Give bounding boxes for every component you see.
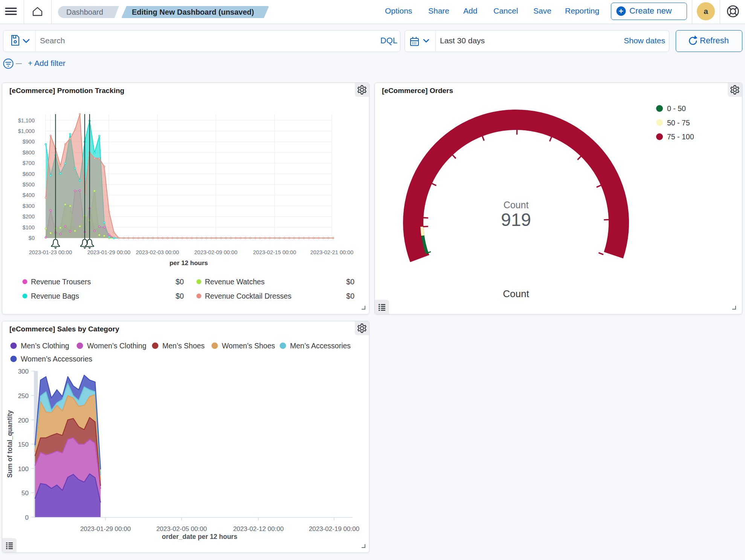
svg-text:$300: $300 xyxy=(23,203,35,209)
svg-text:75 - 100: 75 - 100 xyxy=(667,133,694,141)
svg-text:150: 150 xyxy=(18,441,29,448)
svg-text:Women’s Clothing: Women’s Clothing xyxy=(87,342,147,350)
svg-text:order_date per 12 hours: order_date per 12 hours xyxy=(162,533,238,540)
svg-text:Revenue Bags: Revenue Bags xyxy=(31,292,79,300)
svg-text:Count: Count xyxy=(503,288,529,299)
svg-text:200: 200 xyxy=(18,417,29,424)
svg-text:$0: $0 xyxy=(346,292,354,300)
svg-text:$400: $400 xyxy=(23,192,35,198)
svg-text:$700: $700 xyxy=(23,160,35,166)
svg-text:100: 100 xyxy=(18,465,29,473)
svg-text:2023-02-15 00:00: 2023-02-15 00:00 xyxy=(253,249,296,255)
svg-text:0 - 50: 0 - 50 xyxy=(667,104,686,113)
svg-text:2023-02-19 00:00: 2023-02-19 00:00 xyxy=(309,525,359,533)
svg-text:$500: $500 xyxy=(23,182,35,188)
svg-text:50: 50 xyxy=(21,490,29,497)
svg-text:$100: $100 xyxy=(23,224,35,230)
svg-text:Women’s Shoes: Women’s Shoes xyxy=(222,342,275,350)
svg-text:919: 919 xyxy=(501,210,531,230)
svg-text:Sum of total_quantity: Sum of total_quantity xyxy=(6,410,14,478)
svg-text:2023-02-03 00:00: 2023-02-03 00:00 xyxy=(136,249,179,255)
svg-text:$800: $800 xyxy=(23,150,35,156)
svg-text:2023-02-12 00:00: 2023-02-12 00:00 xyxy=(233,525,284,533)
svg-text:$1,000: $1,000 xyxy=(18,128,35,134)
svg-text:$1,100: $1,100 xyxy=(18,117,35,124)
svg-text:Count: Count xyxy=(504,200,529,210)
svg-text:Revenue Cocktail Dresses: Revenue Cocktail Dresses xyxy=(205,292,292,300)
svg-text:0: 0 xyxy=(25,514,29,521)
svg-text:Revenue Watches: Revenue Watches xyxy=(205,278,265,286)
svg-text:250: 250 xyxy=(18,392,29,400)
svg-text:2023-02-21 00:00: 2023-02-21 00:00 xyxy=(310,249,354,255)
svg-text:$0: $0 xyxy=(29,235,35,241)
svg-text:Men’s Accessories: Men’s Accessories xyxy=(290,342,351,350)
svg-text:Revenue Trousers: Revenue Trousers xyxy=(31,278,91,286)
svg-text:$0: $0 xyxy=(176,278,184,286)
svg-text:$0: $0 xyxy=(346,278,354,286)
svg-text:Women’s Accessories: Women’s Accessories xyxy=(21,355,92,363)
svg-text:2023-01-29 00:00: 2023-01-29 00:00 xyxy=(87,249,131,255)
svg-text:Men’s Shoes: Men’s Shoes xyxy=(162,342,205,350)
svg-text:$200: $200 xyxy=(23,214,35,220)
svg-text:2023-02-05 00:00: 2023-02-05 00:00 xyxy=(156,525,207,533)
svg-text:2023-02-09 00:00: 2023-02-09 00:00 xyxy=(194,249,238,255)
svg-text:$600: $600 xyxy=(23,171,35,177)
svg-text:2023-01-23 00:00: 2023-01-23 00:00 xyxy=(29,249,72,255)
svg-text:$900: $900 xyxy=(23,139,35,145)
svg-text:50 - 75: 50 - 75 xyxy=(667,119,690,127)
svg-text:per 12 hours: per 12 hours xyxy=(169,259,208,267)
svg-text:Men’s Clothing: Men’s Clothing xyxy=(21,342,69,350)
svg-text:2023-01-29 00:00: 2023-01-29 00:00 xyxy=(80,525,131,533)
svg-text:300: 300 xyxy=(18,368,29,375)
svg-text:$0: $0 xyxy=(176,292,184,300)
